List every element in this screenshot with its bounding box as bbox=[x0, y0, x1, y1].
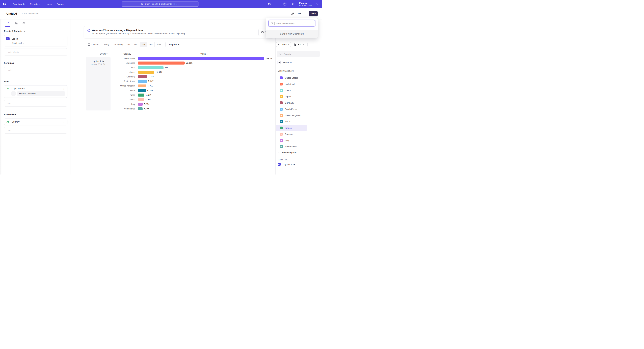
bar[interactable] bbox=[138, 107, 142, 110]
event-checkbox[interactable] bbox=[278, 163, 280, 166]
settings-gear-icon[interactable] bbox=[291, 2, 294, 6]
bar-row-france[interactable]: France5,274 bbox=[70, 93, 276, 97]
apps-grid-icon[interactable] bbox=[276, 2, 279, 6]
breakdown-card[interactable]: Aa Country ⋮ bbox=[4, 118, 67, 125]
column-header-value[interactable]: Value bbox=[200, 53, 208, 55]
bar-row-brazil[interactable]: Brazil6,589 bbox=[70, 88, 276, 93]
bar[interactable] bbox=[138, 80, 147, 83]
country-item-netherlands[interactable]: Netherlands bbox=[276, 143, 316, 150]
save-to-new-dashboard-button[interactable]: Save to New Dashboard bbox=[266, 30, 318, 38]
add-description[interactable]: + Add description... bbox=[22, 12, 40, 15]
kebab-menu-icon[interactable]: ⋮ bbox=[62, 37, 65, 40]
country-checkbox[interactable] bbox=[280, 139, 283, 142]
segment-search-input[interactable]: Search bbox=[277, 51, 320, 57]
bar-row-united-kingdom[interactable]: United Kingdom6,755 bbox=[70, 84, 276, 88]
bar-row-germany[interactable]: Germany7,515 bbox=[70, 74, 276, 79]
bar[interactable] bbox=[138, 66, 164, 69]
country-checkbox[interactable] bbox=[280, 114, 283, 117]
range-30d[interactable]: 30D bbox=[132, 42, 140, 47]
country-checkbox[interactable] bbox=[280, 145, 283, 148]
tab-funnels[interactable] bbox=[14, 21, 18, 25]
mixpanel-logo[interactable] bbox=[3, 3, 10, 5]
bar[interactable] bbox=[138, 98, 144, 101]
column-header-country[interactable]: Country bbox=[124, 53, 134, 55]
bar-row-china[interactable]: China21K bbox=[70, 65, 276, 70]
metric-card[interactable]: A Log In ⋮ Count Total bbox=[4, 35, 67, 46]
bar[interactable] bbox=[138, 61, 185, 64]
column-header-event[interactable]: Event bbox=[100, 53, 108, 55]
data-management-icon[interactable] bbox=[268, 2, 271, 6]
range-yesterday[interactable]: Yesterday bbox=[111, 42, 125, 47]
indeterminate-checkbox[interactable] bbox=[278, 61, 280, 64]
add-metric-button[interactable]: + Add Metric bbox=[4, 48, 67, 56]
country-item-italy[interactable]: Italy bbox=[276, 137, 316, 143]
country-checkbox[interactable] bbox=[280, 127, 283, 129]
filter-card[interactable]: Aa Login Method ⋮ = Manual Password bbox=[4, 85, 67, 98]
country-item-brazil[interactable]: Brazil bbox=[276, 118, 316, 125]
nav-item-users[interactable]: Users bbox=[46, 3, 52, 5]
select-all-row[interactable]: Select all bbox=[278, 61, 292, 64]
country-item-china[interactable]: China bbox=[276, 87, 316, 93]
kebab-menu-icon[interactable]: ⋮ bbox=[62, 87, 65, 90]
report-title[interactable]: Untitled bbox=[6, 12, 17, 15]
country-checkbox[interactable] bbox=[280, 95, 283, 98]
bar-row-netherlands[interactable]: Netherlands3,738 bbox=[70, 106, 276, 111]
country-item-undefined[interactable]: undefined bbox=[276, 81, 316, 87]
country-item-south-korea[interactable]: South Korea bbox=[276, 106, 316, 112]
bar-row-united-states[interactable]: United States104.3K bbox=[70, 56, 276, 61]
tab-insights[interactable] bbox=[6, 21, 10, 25]
aggregation-selector[interactable]: Count Total bbox=[12, 42, 65, 44]
bar-row-italy[interactable]: Italy3,936 bbox=[70, 102, 276, 106]
range-today[interactable]: Today bbox=[101, 42, 111, 47]
chart-type-button[interactable]: Bar bbox=[292, 42, 308, 47]
country-item-united-kingdom[interactable]: United Kingdom bbox=[276, 112, 316, 118]
country-checkbox[interactable] bbox=[280, 76, 283, 79]
bar-row-canada[interactable]: Canada5,061 bbox=[70, 97, 276, 102]
country-item-france[interactable]: France bbox=[276, 125, 307, 131]
add-formula-button[interactable]: + Add bbox=[4, 67, 67, 73]
country-checkbox[interactable] bbox=[280, 101, 283, 104]
filter-value[interactable]: Manual Password bbox=[17, 91, 65, 96]
bar[interactable] bbox=[138, 89, 146, 92]
country-checkbox[interactable] bbox=[280, 133, 283, 136]
nav-item-dashboards[interactable]: Dashboards bbox=[13, 3, 25, 5]
range-12m[interactable]: 12M bbox=[155, 42, 163, 47]
country-checkbox[interactable] bbox=[280, 89, 283, 92]
country-checkbox[interactable] bbox=[280, 108, 283, 111]
country-item-japan[interactable]: Japan bbox=[276, 93, 316, 100]
value-scale-button[interactable]: Linear bbox=[276, 42, 291, 47]
bar-row-south-korea[interactable]: South Korea7,267 bbox=[70, 79, 276, 83]
copy-link-icon[interactable] bbox=[291, 12, 294, 15]
bar-row-japan[interactable]: Japan13.34K bbox=[70, 70, 276, 74]
range-3m[interactable]: 3M bbox=[140, 42, 148, 47]
bar[interactable] bbox=[138, 84, 146, 87]
nav-item-events[interactable]: Events bbox=[56, 3, 64, 5]
help-icon[interactable] bbox=[283, 2, 287, 6]
bar-row-undefined[interactable]: undefined38.55K bbox=[70, 61, 276, 65]
events-section-title[interactable]: Events & Cohorts bbox=[4, 30, 67, 32]
country-item-germany[interactable]: Germany bbox=[276, 100, 316, 106]
bar[interactable] bbox=[138, 103, 143, 106]
filter-property-name[interactable]: Login Method bbox=[12, 87, 25, 90]
more-actions-icon[interactable]: ••• bbox=[298, 12, 301, 15]
show-all-toggle[interactable]: Show all (184) bbox=[278, 151, 296, 154]
range-7d[interactable]: 7D bbox=[125, 42, 132, 47]
event-checkbox-row[interactable]: Log In - Total bbox=[278, 163, 295, 166]
range-6m[interactable]: 6M bbox=[148, 42, 155, 47]
compare-button[interactable]: Compare bbox=[165, 42, 182, 47]
range-custom[interactable]: Custom bbox=[86, 42, 101, 47]
country-checkbox[interactable] bbox=[280, 83, 283, 85]
breakdown-property-name[interactable]: Country bbox=[12, 120, 20, 123]
country-item-canada[interactable]: Canada bbox=[276, 131, 316, 137]
country-checkbox[interactable] bbox=[280, 120, 283, 123]
metric-event-name[interactable]: Log In bbox=[12, 37, 18, 40]
add-filter-button[interactable]: + Add bbox=[4, 100, 67, 107]
kebab-menu-icon[interactable]: ⋮ bbox=[62, 120, 65, 123]
add-breakdown-button[interactable]: + Add bbox=[4, 127, 67, 134]
bar[interactable] bbox=[138, 71, 154, 74]
project-switcher[interactable]: Finance All Project Data bbox=[299, 2, 318, 6]
tab-retention[interactable] bbox=[30, 21, 34, 25]
bar[interactable] bbox=[138, 57, 264, 60]
global-search[interactable]: Open Reports & Dashboards ⌘ + K bbox=[122, 1, 199, 6]
tab-flows[interactable] bbox=[22, 21, 26, 25]
